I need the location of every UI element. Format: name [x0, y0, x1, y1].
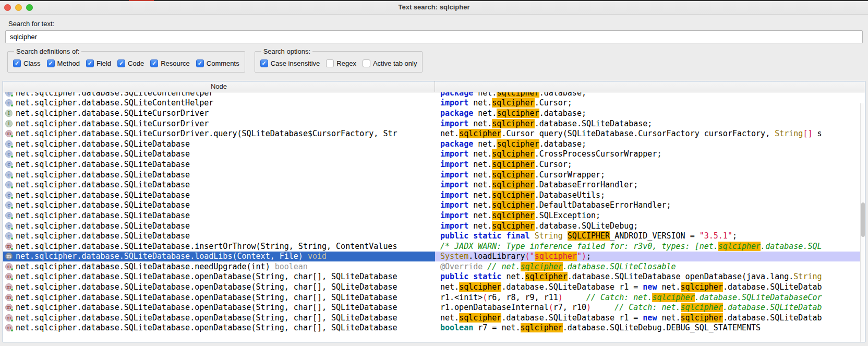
table-row[interactable]: cnet.sqlcipher.database.SQLiteDatabaseim…	[3, 180, 865, 190]
code-column-header[interactable]	[435, 81, 865, 92]
checkbox-method[interactable]: ✓Method	[47, 59, 80, 67]
code-token: net.	[468, 149, 492, 159]
search-options-group: Search options: ✓Case insensitiveRegexAc…	[255, 47, 423, 73]
checked-checkbox-icon[interactable]: ✓	[150, 59, 158, 67]
return-type-suffix: boolean	[275, 262, 308, 271]
public-marker-dot	[10, 104, 14, 107]
checkbox-label: Regex	[336, 59, 356, 67]
table-row[interactable]: mnet.sqlcipher.database.SQLiteDatabase.o…	[3, 313, 865, 323]
public-marker-dot	[10, 155, 14, 158]
checked-checkbox-icon[interactable]: ✓	[260, 59, 268, 67]
checked-checkbox-icon[interactable]: ✓	[13, 59, 21, 67]
checkbox-class[interactable]: ✓Class	[13, 59, 41, 67]
code-token: net.	[468, 160, 492, 169]
code-token: @Override	[440, 262, 487, 271]
code-token: .database.SQLiteDatabase openDatabase(ja…	[568, 272, 793, 281]
code-token	[563, 231, 568, 241]
node-cell: cnet.sqlcipher.database.SQLiteDatabase	[3, 221, 435, 231]
table-row[interactable]: mnet.sqlcipher.database.SQLiteDatabase.i…	[3, 241, 865, 252]
node-cell: cnet.sqlcipher.database.SQLiteDatabase	[3, 139, 435, 149]
code-token: /* JADX WARN: Type inference failed for:…	[440, 242, 718, 251]
node-label: net.sqlcipher.database.SQLiteCursorDrive…	[16, 119, 209, 128]
public-marker-dot	[10, 165, 14, 169]
interface-icon: I	[5, 120, 13, 127]
method-icon: m	[5, 314, 13, 321]
vertical-scrollbar[interactable]	[860, 103, 865, 342]
search-match-highlight: sqlcipher	[497, 92, 539, 98]
text-search-window: Text search: sqlcipher Search for text: …	[0, 0, 868, 73]
table-row[interactable]: cnet.sqlcipher.database.SQLiteDatabaseim…	[3, 190, 865, 200]
table-row[interactable]: mnet.sqlcipher.database.SQLiteDatabase.o…	[3, 323, 865, 333]
table-row[interactable]: cnet.sqlcipher.database.SQLiteDatabaseim…	[3, 170, 865, 180]
minimize-button[interactable]	[15, 4, 22, 11]
table-row[interactable]: cnet.sqlcipher.database.SQLiteContentHel…	[3, 98, 865, 109]
node-label: net.sqlcipher.database.SQLiteDatabase	[16, 231, 190, 241]
method-icon: m	[5, 294, 13, 301]
public-marker-dot	[10, 135, 14, 138]
search-match-highlight: sqlcipher	[459, 282, 501, 292]
unchecked-checkbox-icon[interactable]	[326, 59, 334, 67]
scrollbar-thumb[interactable]	[861, 202, 865, 237]
checkbox-active-tab-only[interactable]: Active tab only	[363, 59, 417, 67]
code-cell: public static final String SQLCIPHER_AND…	[435, 231, 865, 241]
checkbox-case-insensitive[interactable]: ✓Case insensitive	[260, 59, 320, 67]
table-row[interactable]: Inet.sqlcipher.database.SQLiteCursorDriv…	[3, 108, 865, 118]
node-cell: mnet.sqlcipher.database.SQLiteDatabase.o…	[3, 282, 435, 292]
node-label: net.sqlcipher.database.SQLiteDatabase.lo…	[16, 252, 303, 261]
zoom-button[interactable]	[26, 4, 33, 11]
table-row[interactable]: cnet.sqlcipher.database.SQLiteDatabaseim…	[3, 200, 865, 211]
code-token: r1.<init>	[440, 293, 483, 302]
checked-checkbox-icon[interactable]: ✓	[196, 59, 204, 67]
checked-checkbox-icon[interactable]: ✓	[47, 59, 55, 67]
table-row[interactable]: mnet.sqlcipher.database.SQLiteCursorDriv…	[3, 128, 865, 139]
table-row[interactable]: cnet.sqlcipher.database.SQLiteDatabaseim…	[3, 221, 865, 231]
code-token: r6, r8, r9, r11	[487, 293, 558, 302]
table-row[interactable]: cnet.sqlcipher.database.SQLiteDatabasepa…	[3, 139, 865, 149]
code-token: import	[440, 98, 468, 108]
checkbox-label: Case insensitive	[271, 59, 320, 67]
table-row[interactable]: mnet.sqlcipher.database.SQLiteDatabase.o…	[3, 302, 865, 313]
code-cell: import net.sqlcipher.CrossProcessCursorW…	[435, 149, 865, 160]
checked-checkbox-icon[interactable]: ✓	[86, 59, 94, 67]
public-marker-dot	[10, 288, 14, 291]
table-row[interactable]: cnet.sqlcipher.database.SQLiteDatabaseim…	[3, 149, 865, 160]
table-row[interactable]: cnet.sqlcipher.database.SQLiteDatabaseim…	[3, 210, 865, 221]
code-token: net.	[440, 282, 459, 292]
checkbox-field[interactable]: ✓Field	[86, 59, 111, 67]
checkbox-code[interactable]: ✓Code	[117, 59, 144, 67]
table-row[interactable]: cnet.sqlcipher.database.SQLiteDatabasepu…	[3, 231, 865, 241]
node-label: net.sqlcipher.database.SQLiteDatabase	[16, 139, 190, 149]
node-column-header[interactable]: Node	[3, 81, 435, 92]
unchecked-checkbox-icon[interactable]	[363, 59, 370, 67]
class-icon: c	[5, 222, 13, 230]
search-match-highlight: sqlcipher	[681, 282, 723, 292]
table-row[interactable]: Inet.sqlcipher.database.SQLiteCursorDriv…	[3, 118, 865, 129]
checkbox-comments[interactable]: ✓Comments	[196, 59, 239, 67]
checked-checkbox-icon[interactable]: ✓	[117, 59, 125, 67]
code-token	[591, 303, 614, 312]
node-cell: Inet.sqlcipher.database.SQLiteCursorDriv…	[3, 108, 435, 118]
checkbox-resource[interactable]: ✓Resource	[150, 59, 190, 67]
code-token: .SQLException;	[535, 211, 600, 220]
table-row[interactable]: cnet.sqlcipher.database.SQLiteDatabaseim…	[3, 159, 865, 170]
close-button[interactable]	[4, 4, 11, 11]
table-row[interactable]: mnet.sqlcipher.database.SQLiteDatabase.l…	[3, 252, 865, 262]
code-token: import	[440, 170, 468, 180]
checkbox-label: Resource	[161, 59, 190, 67]
definitions-checkboxes: ✓Class✓Method✓Field✓Code✓Resource✓Commen…	[13, 59, 239, 67]
table-row[interactable]: mnet.sqlcipher.database.SQLiteDatabase.o…	[3, 282, 865, 292]
window-title: Text search: sqlcipher	[0, 0, 868, 14]
table-row[interactable]: mnet.sqlcipher.database.SQLiteDatabase.o…	[3, 272, 865, 282]
table-row[interactable]: cnet.sqlcipher.database.SQLiteContentHel…	[3, 92, 865, 98]
table-row[interactable]: mnet.sqlcipher.database.SQLiteDatabase.n…	[3, 261, 865, 272]
checkbox-regex[interactable]: Regex	[326, 59, 356, 67]
search-input[interactable]	[5, 30, 863, 43]
code-token: // net.	[487, 262, 520, 271]
code-token: String	[535, 231, 563, 241]
code-token: .CrossProcessCursorWrapper;	[535, 149, 662, 159]
screen-edge-red-segment	[129, 0, 154, 1]
node-label: net.sqlcipher.database.SQLiteDatabase.op…	[16, 293, 397, 302]
search-match-highlight: sqlcipher	[492, 221, 534, 231]
checkbox-label: Field	[97, 59, 111, 67]
table-row[interactable]: mnet.sqlcipher.database.SQLiteDatabase.o…	[3, 292, 865, 303]
